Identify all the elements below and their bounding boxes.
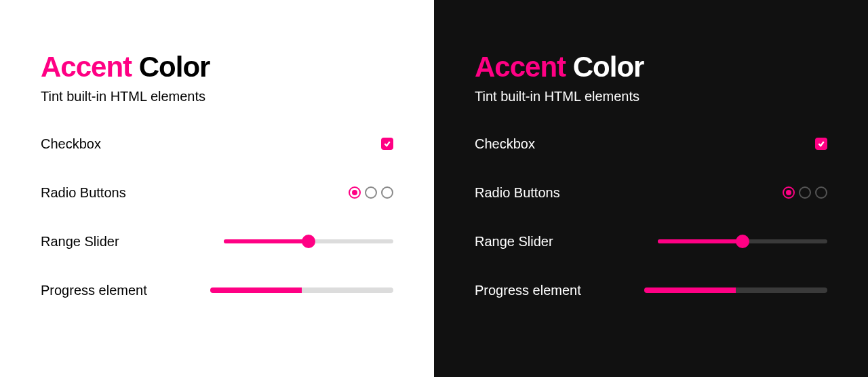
checkbox-row: Checkbox	[475, 136, 827, 152]
checkmark-icon	[817, 140, 825, 148]
range-slider[interactable]	[658, 239, 827, 243]
checkmark-icon	[383, 140, 391, 148]
range-row: Range Slider	[475, 233, 827, 250]
title-accent-word: Accent	[41, 51, 132, 83]
progress-row: Progress element	[41, 282, 393, 298]
range-thumb[interactable]	[736, 235, 749, 248]
progress-label: Progress element	[41, 283, 147, 298]
title-rest-word: Color	[573, 51, 644, 83]
progress-element	[210, 287, 393, 293]
progress-row: Progress element	[475, 282, 827, 298]
page-title: Accent Color	[475, 51, 827, 83]
radio-option-2[interactable]	[799, 186, 811, 199]
range-fill	[224, 239, 309, 243]
radio-group	[349, 186, 393, 199]
title-rest-word: Color	[139, 51, 210, 83]
radio-option-2[interactable]	[365, 186, 377, 199]
range-fill	[658, 239, 743, 243]
radio-group	[783, 186, 827, 199]
light-panel: Accent Color Tint built-in HTML elements…	[0, 0, 434, 377]
radio-option-1[interactable]	[349, 186, 361, 199]
radio-label: Radio Buttons	[475, 185, 560, 201]
page-title: Accent Color	[41, 51, 393, 83]
page-subtitle: Tint built-in HTML elements	[41, 89, 393, 104]
page-subtitle: Tint built-in HTML elements	[475, 89, 827, 104]
range-label: Range Slider	[475, 234, 553, 250]
range-label: Range Slider	[41, 234, 119, 250]
checkbox-row: Checkbox	[41, 136, 393, 152]
progress-element	[644, 287, 827, 293]
checkbox-label: Checkbox	[475, 136, 535, 152]
radio-row: Radio Buttons	[41, 184, 393, 201]
progress-fill	[644, 287, 736, 293]
range-thumb[interactable]	[302, 235, 315, 248]
radio-option-1[interactable]	[783, 186, 795, 199]
dark-panel: Accent Color Tint built-in HTML elements…	[434, 0, 868, 377]
title-accent-word: Accent	[475, 51, 566, 83]
checkbox-input[interactable]	[381, 138, 393, 150]
checkbox-input[interactable]	[815, 138, 827, 150]
checkbox-label: Checkbox	[41, 136, 101, 152]
radio-option-3[interactable]	[381, 186, 393, 199]
progress-label: Progress element	[475, 283, 581, 298]
radio-label: Radio Buttons	[41, 185, 126, 201]
range-slider[interactable]	[224, 239, 393, 243]
radio-option-3[interactable]	[815, 186, 827, 199]
range-row: Range Slider	[41, 233, 393, 250]
radio-row: Radio Buttons	[475, 184, 827, 201]
progress-fill	[210, 287, 302, 293]
